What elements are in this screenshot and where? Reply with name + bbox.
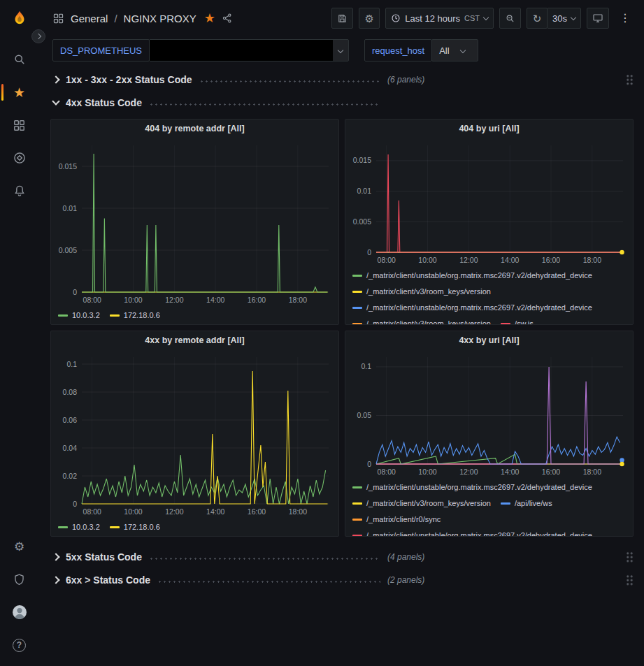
refresh-icon: ↻ [533, 13, 542, 24]
legend-item[interactable]: 172.18.0.6 [110, 519, 160, 535]
timeseries-chart[interactable]: 00.0050.010.01508:0010:0012:0014:0016:00… [345, 138, 633, 268]
legend-swatch [352, 323, 362, 325]
timeseries-chart[interactable]: 00.050.108:0010:0012:0014:0016:0018:00 [345, 350, 633, 479]
sidebar-item-profile[interactable] [0, 600, 38, 624]
legend-item[interactable]: /_matrix/client/v3/room_keys/version [352, 495, 491, 512]
dashboard-settings-button[interactable]: ⚙ [359, 8, 380, 29]
save-dashboard-button[interactable] [331, 8, 353, 29]
sidebar-expand-button[interactable] [31, 29, 45, 43]
panel-legend: 10.0.3.2172.18.0.6 [51, 519, 338, 535]
legend-item[interactable]: /_matrix/client/unstable/org.matrix.msc2… [352, 300, 592, 316]
panel-title[interactable]: 4xx by remote addr [All] [51, 331, 338, 350]
legend-item[interactable]: 10.0.3.2 [58, 519, 100, 535]
svg-text:0: 0 [367, 248, 371, 256]
sidebar-item-search[interactable] [0, 48, 38, 71]
request-host-variable-picker[interactable]: All [431, 39, 478, 61]
toolbar-actions: ⚙ Last 12 hours CST ↻ 30s [331, 8, 636, 29]
cycle-view-mode-button[interactable] [587, 8, 609, 29]
time-zone-label: CST [464, 14, 480, 22]
legend-item[interactable]: /_matrix/client/unstable/org.matrix.msc2… [352, 268, 592, 284]
svg-text:08:00: 08:00 [378, 468, 396, 476]
chevron-down-icon [459, 48, 465, 53]
panel-title[interactable]: 404 by remote addr [All] [51, 120, 338, 138]
legend-item[interactable]: 172.18.0.6 [110, 307, 160, 324]
svg-text:0.005: 0.005 [353, 217, 371, 226]
svg-text:08:00: 08:00 [378, 256, 396, 264]
panel-title[interactable]: 4xx by uri [All] [345, 331, 633, 350]
row-drag-handle[interactable] [626, 551, 634, 563]
refresh-interval-dropdown[interactable]: 30s [547, 8, 581, 29]
sidebar-item-dashboards[interactable] [0, 113, 38, 137]
share-icon[interactable] [222, 13, 233, 24]
row-title[interactable]: 4xx Status Code [66, 97, 142, 108]
row-panel-count: (2 panels) [387, 575, 424, 585]
sidebar-item-configuration[interactable]: ⚙ [0, 535, 38, 558]
legend-swatch [58, 314, 68, 317]
request-host-variable-label: request_host [364, 39, 432, 61]
legend-swatch [58, 526, 68, 528]
timeseries-chart[interactable]: 00.0050.010.01508:0010:0012:0014:0016:00… [51, 138, 338, 307]
legend-item[interactable]: /_matrix/client/unstable/org.matrix.msc2… [352, 479, 592, 495]
svg-text:12:00: 12:00 [459, 256, 478, 264]
breadcrumb-section[interactable]: General [71, 13, 108, 24]
timeseries-chart[interactable]: 00.020.040.060.080.108:0010:0012:0014:00… [51, 350, 338, 519]
time-range-picker[interactable]: Last 12 hours CST [385, 8, 494, 29]
sidebar-item-starred[interactable]: ★ [0, 80, 38, 104]
breadcrumb-dashboard-title[interactable]: NGINX PROXY [124, 13, 196, 24]
sidebar-item-help[interactable]: ? [0, 633, 38, 657]
svg-text:10:00: 10:00 [418, 256, 436, 264]
dotted-leader [149, 103, 380, 106]
svg-text:0.04: 0.04 [63, 444, 78, 452]
dashboards-grid-icon [13, 119, 26, 132]
row-panel-count: (6 panels) [387, 75, 424, 85]
row-title[interactable]: 5xx Status Code [66, 551, 142, 563]
sidebar-item-server-admin[interactable] [0, 567, 38, 591]
sidebar-item-alerting[interactable] [0, 179, 38, 203]
refresh-button[interactable]: ↻ [527, 8, 548, 29]
datasource-variable-picker[interactable] [149, 39, 349, 61]
svg-text:0.015: 0.015 [59, 162, 77, 171]
legend-item[interactable]: 10.0.3.2 [58, 307, 100, 324]
kebab-menu-button[interactable]: ⋮ [615, 8, 636, 29]
svg-text:16:00: 16:00 [248, 507, 266, 516]
svg-text:0.1: 0.1 [66, 360, 77, 368]
chevron-down-icon [338, 48, 343, 53]
row-title[interactable]: 6xx > Status Code [66, 574, 150, 586]
datasource-variable-value-redacted [150, 40, 333, 61]
breadcrumb-separator: / [114, 13, 117, 24]
row-drag-handle[interactable] [626, 74, 634, 85]
legend-item[interactable]: /_matrix/client/r0/sync [352, 512, 441, 528]
svg-text:0.005: 0.005 [59, 246, 77, 254]
row-header-6xx[interactable]: 6xx > Status Code (2 panels) [50, 570, 634, 591]
legend-item[interactable]: /api/live/ws [501, 495, 552, 512]
svg-text:18:00: 18:00 [583, 256, 601, 264]
row-header-5xx[interactable]: 5xx Status Code (4 panels) [50, 546, 634, 567]
svg-text:12:00: 12:00 [165, 507, 183, 516]
svg-text:10:00: 10:00 [418, 468, 436, 476]
legend-swatch [352, 502, 362, 505]
legend-item[interactable]: /_matrix/client/unstable/org.matrix.msc2… [352, 528, 592, 537]
row-header-4xx[interactable]: 4xx Status Code [50, 92, 634, 113]
legend-item[interactable]: /sw.js [501, 316, 534, 325]
svg-text:18:00: 18:00 [583, 468, 601, 476]
row-title[interactable]: 1xx - 3xx - 2xx Status Code [66, 74, 192, 85]
zoom-out-button[interactable] [499, 8, 521, 29]
legend-swatch [352, 486, 362, 488]
favorite-star-icon[interactable]: ★ [204, 10, 215, 26]
row-header-1xx-3xx-2xx[interactable]: 1xx - 3xx - 2xx Status Code (6 panels) [50, 69, 634, 90]
svg-text:0: 0 [367, 460, 371, 468]
grafana-logo[interactable] [0, 7, 38, 31]
svg-text:0.05: 0.05 [357, 411, 372, 419]
legend-item[interactable]: /_matrix/client/v3/room_keys/version [352, 316, 491, 325]
row-drag-handle[interactable] [626, 574, 634, 586]
panel-title[interactable]: 404 by uri [All] [345, 120, 633, 138]
legend-item[interactable]: /_matrix/client/v3/room_keys/version [352, 284, 491, 300]
kebab-icon: ⋮ [620, 13, 631, 24]
legend-swatch [110, 526, 120, 528]
shield-icon [13, 573, 26, 586]
svg-text:10:00: 10:00 [124, 507, 142, 516]
svg-text:08:00: 08:00 [83, 296, 101, 304]
legend-swatch [352, 291, 362, 293]
sidebar-item-explore[interactable] [0, 146, 38, 170]
chevron-down-icon [52, 97, 59, 105]
